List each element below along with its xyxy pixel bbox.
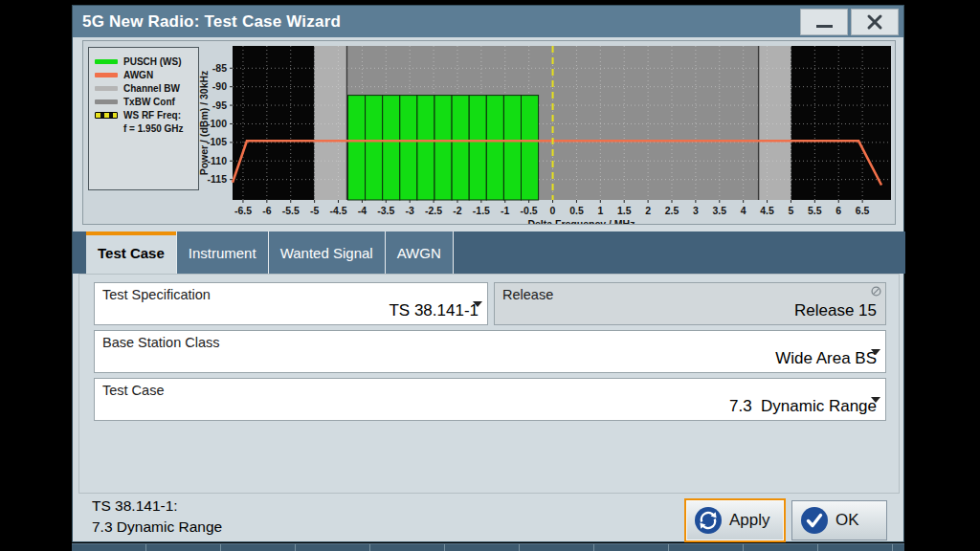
svg-text:2.5: 2.5 xyxy=(665,205,679,216)
release-value: Release 15 xyxy=(794,301,877,320)
legend-item: f = 1.950 GHz xyxy=(123,123,192,133)
base-station-class-value: Wide Area BS xyxy=(775,349,877,368)
test-case-wizard-dialog: 5G New Radio: Test Case Wizard PUSCH (WS… xyxy=(72,5,904,542)
chart-legend: PUSCH (WS)AWGNChannel BWTxBW ConfWS RF F… xyxy=(88,47,199,190)
region-outside-channel-left xyxy=(233,46,315,200)
minimize-icon xyxy=(816,25,833,28)
svg-text:0: 0 xyxy=(550,205,556,216)
close-button[interactable] xyxy=(851,9,899,35)
svg-text:-2.5: -2.5 xyxy=(425,205,442,216)
pusch-bar xyxy=(452,96,469,200)
svg-text:5.5: 5.5 xyxy=(808,205,822,216)
chevron-down-icon[interactable] xyxy=(871,349,880,355)
svg-text:3.5: 3.5 xyxy=(712,205,726,216)
legend-label: PUSCH (WS) xyxy=(123,56,182,67)
svg-text:-1: -1 xyxy=(501,205,509,216)
pusch-bar xyxy=(366,96,383,200)
test-case-label: Test Case xyxy=(102,383,164,398)
svg-text:-90: -90 xyxy=(212,80,227,92)
svg-text:Power / (dBm) / 30kHz: Power / (dBm) / 30kHz xyxy=(198,71,210,176)
base-station-class-field[interactable]: Base Station Class Wide Area BS xyxy=(94,330,886,373)
chevron-down-icon[interactable] xyxy=(871,397,880,403)
taskbar xyxy=(72,543,904,551)
chevron-down-icon[interactable] xyxy=(473,301,482,307)
apply-refresh-icon xyxy=(694,506,723,535)
spectrum-chart-panel: PUSCH (WS)AWGNChannel BWTxBW ConfWS RF F… xyxy=(82,40,896,225)
window-title: 5G New Radio: Test Case Wizard xyxy=(82,12,341,32)
svg-text:0.5: 0.5 xyxy=(569,205,584,216)
svg-text:-0.5: -0.5 xyxy=(521,205,538,216)
pusch-bar xyxy=(434,96,452,200)
svg-text:-95: -95 xyxy=(212,99,227,111)
svg-text:-115: -115 xyxy=(208,173,228,185)
svg-text:-5: -5 xyxy=(310,205,319,216)
apply-button-label: Apply xyxy=(729,511,770,530)
readonly-icon xyxy=(871,286,881,297)
ok-button[interactable]: OK xyxy=(791,500,887,540)
ok-check-icon xyxy=(800,506,829,535)
test-case-value: 7.3 Dynamic Range xyxy=(729,397,877,416)
tab-test-case[interactable]: Test Case xyxy=(86,231,177,274)
svg-text:-4: -4 xyxy=(358,205,367,216)
test-case-field[interactable]: Test Case 7.3 Dynamic Range xyxy=(94,378,886,421)
pusch-bar xyxy=(417,96,434,200)
test-specification-label: Test Specification xyxy=(102,287,211,302)
tab-instrument[interactable]: Instrument xyxy=(177,231,269,274)
svg-text:2: 2 xyxy=(645,205,651,216)
legend-label: WS RF Freq: xyxy=(123,110,181,121)
legend-item: PUSCH (WS) xyxy=(95,56,192,66)
release-label: Release xyxy=(502,287,553,302)
svg-text:5: 5 xyxy=(789,205,794,216)
svg-text:-110: -110 xyxy=(208,155,228,166)
svg-text:-85: -85 xyxy=(212,62,227,74)
legend-item: AWGN xyxy=(95,70,192,79)
minimize-button[interactable] xyxy=(800,9,848,35)
title-bar: 5G New Radio: Test Case Wizard xyxy=(73,6,903,37)
legend-swatch xyxy=(95,73,118,77)
svg-text:-3.5: -3.5 xyxy=(377,205,394,216)
legend-swatch xyxy=(95,59,118,64)
svg-text:Delta Frequency / MHz: Delta Frequency / MHz xyxy=(527,218,635,224)
svg-text:6: 6 xyxy=(835,205,841,216)
legend-item: WS RF Freq: xyxy=(95,110,192,120)
pusch-bar xyxy=(522,96,539,200)
apply-button[interactable]: Apply xyxy=(684,498,786,542)
svg-text:1.5: 1.5 xyxy=(617,205,632,216)
svg-text:4: 4 xyxy=(741,205,746,216)
svg-text:-6.5: -6.5 xyxy=(234,205,252,216)
pusch-bar xyxy=(486,96,503,200)
svg-text:-3: -3 xyxy=(406,205,414,216)
ok-button-label: OK xyxy=(835,511,859,530)
status-text: TS 38.141-1: 7.3 Dynamic Range xyxy=(92,496,222,538)
test-specification-field[interactable]: Test Specification TS 38.141-1 xyxy=(94,282,488,325)
legend-item: TxBW Conf xyxy=(95,97,192,106)
test-specification-value: TS 38.141-1 xyxy=(389,301,479,320)
pusch-bar xyxy=(400,96,417,200)
svg-text:-105: -105 xyxy=(207,136,227,147)
legend-swatch xyxy=(95,86,118,91)
screen: 5G New Radio: Test Case Wizard PUSCH (WS… xyxy=(0,0,980,551)
svg-text:-4.5: -4.5 xyxy=(329,205,346,216)
svg-text:-6: -6 xyxy=(262,205,271,216)
legend-swatch xyxy=(95,112,118,119)
pusch-bar xyxy=(347,96,365,200)
legend-label: f = 1.950 GHz xyxy=(123,123,184,134)
test-case-panel: Test Specification TS 38.141-1 Release R… xyxy=(78,274,900,494)
tab-awgn[interactable]: AWGN xyxy=(386,231,454,274)
svg-text:3: 3 xyxy=(693,205,699,216)
spectrum-plot: -6.5-6-5.5-5-4.5-4-3.5-3-2.5-2-1.5-1-0.5… xyxy=(83,41,895,224)
legend-item: Channel BW xyxy=(95,83,192,93)
legend-label: AWGN xyxy=(123,70,153,80)
legend-swatch xyxy=(95,99,118,104)
svg-text:-1.5: -1.5 xyxy=(473,205,490,216)
region-channel-bw-left xyxy=(315,46,347,200)
close-icon xyxy=(866,13,883,31)
region-channel-bw-right xyxy=(759,46,791,200)
svg-text:-2: -2 xyxy=(453,205,461,216)
release-field: Release Release 15 xyxy=(494,282,886,325)
pusch-bar xyxy=(383,96,400,200)
tab-wanted-signal[interactable]: Wanted Signal xyxy=(269,231,386,274)
svg-text:-5.5: -5.5 xyxy=(282,205,300,216)
tab-bar: Test Case Instrument Wanted Signal AWGN xyxy=(73,231,905,274)
svg-text:1: 1 xyxy=(597,205,603,216)
